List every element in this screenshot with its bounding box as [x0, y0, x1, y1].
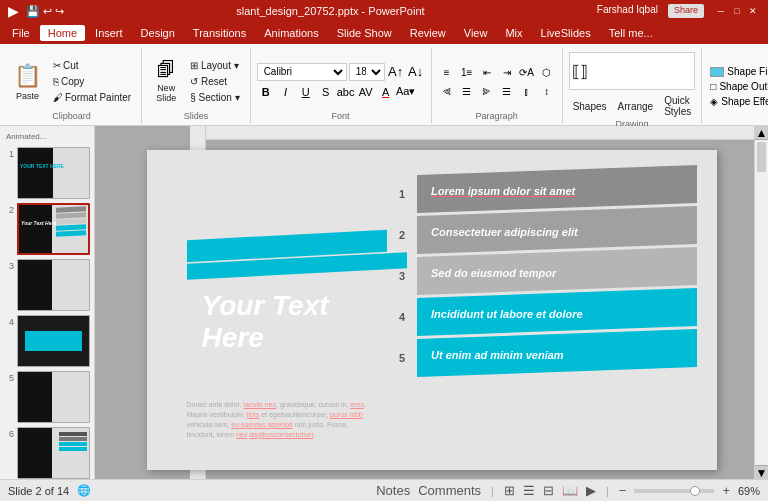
slide-number-3: 3: [4, 259, 14, 271]
slide-thumb-1[interactable]: 1 YOUR TEXT HERE: [4, 147, 90, 199]
slide-thumb-5[interactable]: 5: [4, 371, 90, 423]
window-title: slant_design_20752.pptx - PowerPoint: [64, 5, 597, 17]
columns-btn[interactable]: ⫿: [518, 82, 536, 100]
slide-sorter-btn[interactable]: ⊟: [543, 483, 554, 498]
align-left-btn[interactable]: ⫷: [438, 82, 456, 100]
slide-number-2: 2: [4, 203, 14, 215]
slideshow-btn[interactable]: ▶: [586, 483, 596, 498]
comments-btn[interactable]: Comments: [418, 483, 481, 498]
title-bar: ▶ 💾 ↩ ↪ slant_design_20752.pptx - PowerP…: [0, 0, 768, 22]
font-color-btn[interactable]: A: [377, 83, 395, 101]
slide-image-3: [17, 259, 90, 311]
zoom-level[interactable]: 69%: [738, 485, 760, 497]
slide-canvas[interactable]: Your TextHere Donec ante dolor, iaculis …: [147, 150, 717, 470]
menu-file[interactable]: File: [4, 25, 38, 41]
slide-bars: 1 Lorem ipsum dolor sit amet 2 Consectet…: [417, 170, 697, 372]
status-bar: Slide 2 of 14 🌐 Notes Comments | ⊞ ☰ ⊟ 📖…: [0, 479, 768, 501]
text-direction-btn[interactable]: ⟳A: [518, 63, 536, 81]
scrollbar-vertical[interactable]: ▲ ▼: [754, 126, 768, 479]
menu-insert[interactable]: Insert: [87, 25, 131, 41]
shapes-palette: ⟦⟧: [569, 52, 696, 90]
copy-button[interactable]: ⎘ Copy: [49, 74, 135, 89]
char-spacing-btn[interactable]: AV: [357, 83, 375, 101]
new-slide-button[interactable]: 🗐 NewSlide: [148, 56, 184, 107]
slide-thumb-2[interactable]: 2 Your Text Here: [4, 203, 90, 255]
slide-thumb-6[interactable]: 6: [4, 427, 90, 479]
shape-effects-item[interactable]: ◈ Shape Effects ▾: [708, 95, 768, 108]
minimize-btn[interactable]: ─: [714, 4, 728, 18]
reset-button[interactable]: ↺ Reset: [186, 74, 243, 89]
bold-button[interactable]: B: [257, 83, 275, 101]
justify-btn[interactable]: ☰: [498, 82, 516, 100]
italic-button[interactable]: I: [277, 83, 295, 101]
scroll-thumb[interactable]: [757, 142, 766, 172]
align-right-btn[interactable]: ⫸: [478, 82, 496, 100]
line-spacing-btn[interactable]: ↕: [538, 82, 556, 100]
shape-fill-item[interactable]: Shape Fill = ▾: [708, 65, 768, 78]
increase-font-btn[interactable]: A↑: [387, 63, 405, 81]
menu-view[interactable]: View: [456, 25, 496, 41]
slide-thumb-4[interactable]: 4: [4, 315, 90, 367]
menu-home[interactable]: Home: [40, 25, 85, 41]
paste-button[interactable]: 📋 Paste: [8, 59, 47, 105]
scroll-down-btn[interactable]: ▼: [755, 465, 768, 479]
close-btn[interactable]: ✕: [746, 4, 760, 18]
shape-outline-item[interactable]: □ Shape Outline ▾: [708, 80, 768, 93]
zoom-slider[interactable]: [634, 489, 714, 493]
outline-view-btn[interactable]: ☰: [523, 483, 535, 498]
numbering-btn[interactable]: 1≡: [458, 63, 476, 81]
menu-transitions[interactable]: Transitions: [185, 25, 254, 41]
format-painter-button[interactable]: 🖌 Format Painter: [49, 90, 135, 105]
section-button[interactable]: § Section ▾: [186, 90, 243, 105]
font-name-select[interactable]: Calibri: [257, 63, 347, 81]
arrange-btn[interactable]: Arrange: [614, 93, 658, 119]
layout-button[interactable]: ⊞ Layout ▾: [186, 58, 243, 73]
shapes-btn[interactable]: Shapes: [569, 93, 611, 119]
scroll-up-btn[interactable]: ▲: [755, 126, 768, 140]
menu-review[interactable]: Review: [402, 25, 454, 41]
slide-main-text[interactable]: Your TextHere: [202, 290, 329, 354]
slides-stack: ⊞ Layout ▾ ↺ Reset § Section ▾: [186, 58, 243, 105]
strikethrough-button[interactable]: S: [317, 83, 335, 101]
slide-panel: Animated... 1 YOUR TEXT HERE 2 Your Text…: [0, 126, 95, 479]
decrease-font-btn[interactable]: A↓: [407, 63, 425, 81]
slide-body-text[interactable]: Donec ante dolor, iaculis nec, gravidequ…: [187, 400, 387, 439]
bar-text-3: Sed do eiusmod tempor: [431, 267, 556, 279]
quick-styles-btn[interactable]: QuickStyles: [660, 93, 695, 119]
menu-design[interactable]: Design: [133, 25, 183, 41]
change-case-btn[interactable]: Aa▾: [397, 83, 415, 101]
quick-access: ▶ 💾 ↩ ↪: [8, 3, 64, 19]
shadow-button[interactable]: abc: [337, 83, 355, 101]
slide-number-1: 1: [4, 147, 14, 159]
slide-bar-1: 1 Lorem ipsum dolor sit amet: [417, 165, 697, 213]
shape-props-content: Shape Fill = ▾ □ Shape Outline ▾ ◈ Shape…: [708, 48, 768, 121]
new-slide-label: NewSlide: [156, 83, 176, 103]
cut-button[interactable]: ✂ Cut: [49, 58, 135, 73]
notes-btn[interactable]: Notes: [376, 483, 410, 498]
convert-to-smartart-btn[interactable]: ⬡: [538, 63, 556, 81]
bullets-btn[interactable]: ≡: [438, 63, 456, 81]
redo-btn[interactable]: ↪: [55, 5, 64, 18]
align-center-btn[interactable]: ☰: [458, 82, 476, 100]
bar-number-4: 4: [399, 311, 405, 323]
reading-view-btn[interactable]: 📖: [562, 483, 578, 498]
menu-animations[interactable]: Animations: [256, 25, 326, 41]
menu-slideshow[interactable]: Slide Show: [329, 25, 400, 41]
increase-indent-btn[interactable]: ⇥: [498, 63, 516, 81]
font-size-select[interactable]: 18: [349, 63, 385, 81]
slide-thumb-3[interactable]: 3: [4, 259, 90, 311]
underline-button[interactable]: U: [297, 83, 315, 101]
zoom-in-btn[interactable]: +: [722, 483, 730, 498]
ribbon: 📋 Paste ✂ Cut ⎘ Copy 🖌 Format Painter Cl…: [0, 44, 768, 126]
menu-liveslides[interactable]: LiveSlides: [533, 25, 599, 41]
separator2: |: [606, 485, 609, 497]
normal-view-btn[interactable]: ⊞: [504, 483, 515, 498]
zoom-out-btn[interactable]: −: [619, 483, 627, 498]
share-button[interactable]: Share: [668, 4, 704, 18]
restore-btn[interactable]: □: [730, 4, 744, 18]
undo-btn[interactable]: ↩: [43, 5, 52, 18]
menu-mix[interactable]: Mix: [497, 25, 530, 41]
decrease-indent-btn[interactable]: ⇤: [478, 63, 496, 81]
menu-tellme[interactable]: Tell me...: [601, 25, 661, 41]
save-quick-btn[interactable]: 💾: [26, 5, 40, 18]
